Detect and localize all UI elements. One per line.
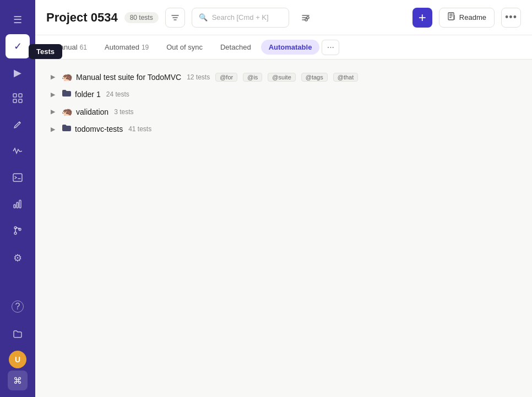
svg-rect-1	[19, 94, 22, 97]
sidebar-item-settings[interactable]: ⚙	[6, 246, 30, 270]
add-button[interactable]: +	[412, 8, 432, 28]
help-icon: ?	[12, 301, 24, 313]
tag-that[interactable]: @that	[333, 73, 359, 82]
edit-icon	[13, 120, 23, 132]
svg-rect-15	[449, 15, 453, 17]
settings-icon: ⚙	[13, 252, 22, 264]
chevron-right-icon: ▶	[51, 108, 58, 115]
readme-label: Readme	[459, 13, 486, 22]
tab-out-of-sync[interactable]: Out of sync	[159, 40, 210, 55]
sidebar-item-activity[interactable]	[6, 140, 30, 164]
chevron-right-icon: ▶	[51, 91, 58, 98]
tab-more-button[interactable]: ···	[322, 40, 339, 55]
tree-item-count: 3 tests	[114, 108, 133, 116]
menu-icon: ☰	[13, 14, 22, 26]
sidebar-item-terminal[interactable]	[6, 167, 30, 191]
svg-rect-3	[19, 99, 22, 103]
activity-icon	[13, 146, 23, 159]
tests-tooltip: Tests	[29, 44, 62, 59]
tree-item-validation[interactable]: ▶ 🦔 validation 3 tests	[46, 103, 521, 120]
header: Project 0534 80 tests 🔍 Search [Cmd + K]…	[35, 0, 532, 35]
sidebar-item-branch[interactable]	[6, 219, 30, 244]
readme-button[interactable]: Readme	[439, 8, 495, 28]
sidebar-item-folder[interactable]	[6, 323, 30, 347]
tree-item-todomvc[interactable]: ▶ todomvc-tests 41 tests	[46, 120, 521, 138]
svg-rect-17	[454, 15, 455, 20]
chevron-right-icon: ▶	[51, 126, 58, 133]
search-bar[interactable]: 🔍 Search [Cmd + K]	[192, 8, 290, 28]
suite-icon: 🦔	[62, 72, 73, 82]
tree-item-count: 41 tests	[128, 125, 151, 133]
main-content: Project 0534 80 tests 🔍 Search [Cmd + K]…	[35, 0, 532, 397]
tag-tags[interactable]: @tags	[301, 73, 328, 82]
tree-item-count: 12 tests	[187, 73, 210, 81]
folder-icon	[62, 124, 72, 135]
svg-rect-5	[14, 205, 15, 208]
svg-rect-14	[449, 14, 453, 15]
chart-icon	[13, 199, 23, 212]
sidebar-item-play[interactable]: ▶	[6, 61, 30, 85]
dashboard-icon	[13, 93, 23, 106]
svg-point-9	[14, 232, 17, 234]
sidebar-item-dashboard[interactable]	[6, 87, 30, 111]
sidebar-menu-button[interactable]: ☰	[6, 8, 30, 32]
check-icon: ✓	[14, 40, 22, 52]
sidebar-bottom: ? U ⌘	[6, 293, 30, 390]
branch-icon	[13, 226, 23, 238]
adjust-settings-icon[interactable]	[296, 8, 316, 28]
tag-suite[interactable]: @suite	[268, 73, 295, 82]
tab-automatable[interactable]: Automatable	[261, 40, 320, 55]
sidebar: ☰ ✓ Tests ▶	[0, 0, 35, 397]
terminal-icon	[13, 173, 23, 185]
tree-item-name: validation	[76, 108, 108, 116]
tabs-bar: Manual 61 Automated 19 Out of sync Detac…	[35, 35, 532, 60]
tree-item-name: Manual test suite for TodoMVC	[76, 73, 181, 82]
suite-icon: 🦔	[62, 106, 73, 117]
content-area: ▶ 🦔 Manual test suite for TodoMVC 12 tes…	[35, 60, 532, 397]
sidebar-item-edit[interactable]	[6, 114, 30, 138]
svg-rect-16	[449, 17, 452, 18]
svg-point-12	[305, 19, 307, 21]
svg-rect-7	[19, 200, 21, 208]
svg-rect-4	[13, 174, 22, 181]
test-count-badge: 80 tests	[124, 12, 159, 23]
tag-for[interactable]: @for	[215, 73, 237, 82]
readme-icon	[447, 12, 456, 23]
search-icon: 🔍	[199, 13, 208, 22]
svg-point-11	[307, 17, 309, 19]
filter-button[interactable]	[165, 8, 185, 28]
tree-item-name: todomvc-tests	[75, 125, 123, 133]
keyboard-shortcut-icon[interactable]: ⌘	[8, 371, 28, 390]
chevron-right-icon: ▶	[51, 73, 58, 81]
search-placeholder: Search [Cmd + K]	[212, 13, 269, 22]
tree-item-name: folder 1	[75, 90, 101, 99]
play-icon: ▶	[14, 67, 21, 79]
tree-item-folder1[interactable]: ▶ folder 1 24 tests	[46, 85, 521, 103]
folder-icon	[62, 89, 72, 100]
svg-rect-6	[17, 202, 18, 208]
avatar[interactable]: U	[9, 351, 26, 368]
svg-rect-0	[13, 94, 17, 97]
tab-detached[interactable]: Detached	[213, 40, 259, 55]
sidebar-item-tests[interactable]: ✓	[6, 34, 30, 58]
project-title: Project 0534	[46, 10, 118, 25]
more-options-button[interactable]: •••	[501, 8, 521, 28]
tag-is[interactable]: @is	[243, 73, 262, 82]
tab-automated[interactable]: Automated 19	[97, 40, 156, 55]
tree-item-manual-suite[interactable]: ▶ 🦔 Manual test suite for TodoMVC 12 tes…	[46, 68, 521, 85]
svg-rect-2	[13, 99, 17, 103]
tree-item-count: 24 tests	[106, 90, 129, 98]
sidebar-item-chart[interactable]	[6, 193, 30, 217]
sidebar-item-help[interactable]: ?	[6, 294, 30, 319]
folder-icon	[13, 329, 23, 342]
